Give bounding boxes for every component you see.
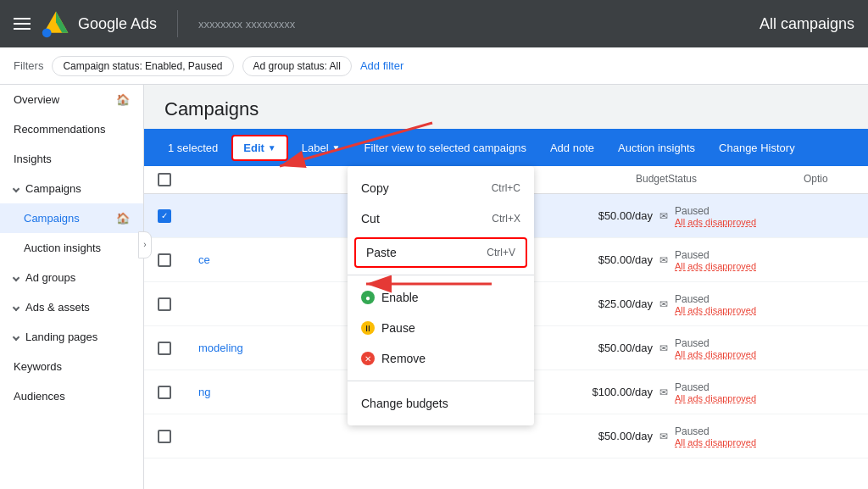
auction-insights-button[interactable]: Auction insights bbox=[608, 135, 705, 161]
menu-divider-1 bbox=[348, 275, 534, 275]
pause-icon: ⏸ bbox=[361, 321, 375, 335]
remove-icon: ✕ bbox=[361, 352, 375, 365]
budget-cell-5: $100.00/day ✉ bbox=[566, 386, 668, 398]
filter-chip-ad-group-status[interactable]: Ad group status: All bbox=[242, 56, 352, 76]
checkbox-1[interactable] bbox=[158, 209, 171, 223]
budget-value-6: $50.00/day bbox=[598, 430, 653, 442]
checkbox-4[interactable] bbox=[158, 342, 171, 355]
add-note-button[interactable]: Add note bbox=[540, 135, 604, 161]
status-disapproved-6: All ads disapproved bbox=[675, 437, 804, 447]
filter-view-button[interactable]: Filter view to selected campaigns bbox=[353, 135, 536, 161]
col-status-header[interactable]: Status bbox=[668, 173, 804, 186]
menu-item-remove[interactable]: ✕ Remove bbox=[348, 343, 534, 374]
budget-cell-3: $25.00/day ✉ bbox=[566, 297, 668, 310]
sidebar-label-keywords: Keywords bbox=[14, 360, 62, 373]
content-area: Campaigns 1 selected Edit ▼ Label ▼ Filt… bbox=[144, 85, 868, 489]
sidebar-group-ads-assets[interactable]: Ads & assets bbox=[0, 292, 143, 322]
label-button[interactable]: Label ▼ bbox=[292, 135, 351, 161]
sidebar-item-auction-insights[interactable]: Auction insights bbox=[0, 233, 143, 263]
budget-value-5: $100.00/day bbox=[592, 386, 653, 398]
expand-ads-assets-icon bbox=[13, 303, 19, 310]
mail-icon-3: ✉ bbox=[656, 298, 668, 310]
app-header: Google Ads xxxxxxxx xxxxxxxxx All campai… bbox=[0, 0, 868, 47]
menu-item-paste[interactable]: Paste Ctrl+V bbox=[354, 237, 527, 268]
budget-value-4: $50.00/day bbox=[598, 342, 653, 354]
menu-item-copy[interactable]: Copy Ctrl+C bbox=[348, 173, 534, 203]
copy-shortcut: Ctrl+C bbox=[492, 182, 520, 194]
row-checkbox-5[interactable] bbox=[158, 386, 192, 399]
sidebar-label-audiences: Audiences bbox=[14, 390, 65, 403]
mail-icon-1: ✉ bbox=[656, 210, 668, 222]
filter-bar: Filters Campaign status: Enabled, Paused… bbox=[0, 47, 868, 85]
checkbox-6[interactable] bbox=[158, 430, 171, 443]
col-options-header: Optio bbox=[804, 173, 854, 186]
col-check-header bbox=[158, 173, 192, 186]
selected-count-label: 1 selected bbox=[158, 135, 228, 161]
change-history-button[interactable]: Change History bbox=[709, 135, 805, 161]
status-cell-6: Paused All ads disapproved bbox=[668, 425, 804, 447]
change-budgets-label: Change budgets bbox=[361, 397, 448, 410]
edit-button[interactable]: Edit ▼ bbox=[231, 135, 287, 161]
mail-icon-6: ✉ bbox=[656, 431, 668, 442]
row-checkbox-3[interactable] bbox=[158, 297, 192, 311]
sidebar-group-ad-groups[interactable]: Ad groups bbox=[0, 263, 143, 292]
edit-dropdown-menu: Copy Ctrl+C Cut Ctrl+X Paste Ctrl+V ● En… bbox=[348, 166, 534, 425]
main-layout: Overview 🏠 Recommendations Insights Camp… bbox=[0, 85, 868, 489]
sidebar-label-insights: Insights bbox=[14, 153, 52, 165]
remove-label: Remove bbox=[381, 352, 426, 365]
sidebar-item-campaigns[interactable]: Campaigns 🏠 bbox=[0, 203, 143, 233]
checkbox-5[interactable] bbox=[158, 386, 171, 399]
mail-icon-4: ✉ bbox=[656, 342, 668, 354]
row-checkbox-1[interactable] bbox=[158, 209, 192, 223]
pause-label: Pause bbox=[381, 321, 415, 335]
sidebar-item-overview[interactable]: Overview 🏠 bbox=[0, 85, 143, 114]
sidebar-label-ad-groups: Ad groups bbox=[25, 271, 75, 284]
status-disapproved-5: All ads disapproved bbox=[675, 393, 804, 403]
sidebar-label-ads-assets: Ads & assets bbox=[25, 301, 90, 314]
add-filter-button[interactable]: Add filter bbox=[360, 59, 403, 72]
status-cell-3: Paused All ads disapproved bbox=[668, 293, 804, 315]
expand-ad-groups-icon bbox=[13, 274, 19, 281]
page-title: Campaigns bbox=[144, 85, 868, 129]
sidebar-collapse-button[interactable]: › bbox=[138, 231, 152, 258]
sidebar-item-insights[interactable]: Insights bbox=[0, 144, 143, 174]
budget-cell-2: $50.00/day ✉ bbox=[566, 253, 668, 266]
menu-item-change-budgets[interactable]: Change budgets bbox=[348, 388, 534, 419]
sidebar-item-keywords[interactable]: Keywords bbox=[0, 352, 143, 381]
budget-value-3: $25.00/day bbox=[598, 297, 653, 310]
status-paused-4: Paused bbox=[675, 337, 804, 349]
campaign-title: All campaigns bbox=[760, 15, 854, 33]
menu-item-enable[interactable]: ● Enable bbox=[348, 282, 534, 313]
budget-cell-6: $50.00/day ✉ bbox=[566, 430, 668, 442]
menu-item-cut[interactable]: Cut Ctrl+X bbox=[348, 203, 534, 234]
hamburger-menu-icon[interactable] bbox=[14, 18, 31, 30]
status-paused-3: Paused bbox=[675, 293, 804, 305]
filter-chip-campaign-status[interactable]: Campaign status: Enabled, Paused bbox=[52, 56, 233, 76]
status-paused-1: Paused bbox=[675, 205, 804, 217]
row-checkbox-6[interactable] bbox=[158, 430, 192, 443]
sidebar-item-audiences[interactable]: Audiences bbox=[0, 381, 143, 411]
campaigns-home-icon: 🏠 bbox=[116, 212, 130, 225]
home-icon: 🏠 bbox=[116, 93, 130, 106]
mail-icon-2: ✉ bbox=[656, 254, 668, 266]
sidebar-group-campaigns[interactable]: Campaigns bbox=[0, 174, 143, 203]
col-budget-header[interactable]: Budget bbox=[566, 173, 668, 186]
row-checkbox-4[interactable] bbox=[158, 342, 192, 355]
budget-cell-4: $50.00/day ✉ bbox=[566, 342, 668, 354]
status-cell-4: Paused All ads disapproved bbox=[668, 337, 804, 359]
cut-shortcut: Ctrl+X bbox=[492, 213, 520, 225]
sidebar-item-recommendations[interactable]: Recommendations bbox=[0, 114, 143, 144]
checkbox-3[interactable] bbox=[158, 297, 171, 311]
app-logo: Google Ads bbox=[41, 8, 157, 39]
menu-item-pause[interactable]: ⏸ Pause bbox=[348, 313, 534, 343]
status-paused-5: Paused bbox=[675, 381, 804, 393]
sidebar-group-landing-pages[interactable]: Landing pages bbox=[0, 322, 143, 352]
checkbox-2[interactable] bbox=[158, 253, 171, 267]
budget-value-2: $50.00/day bbox=[598, 253, 653, 266]
status-cell-1: Paused All ads disapproved bbox=[668, 205, 804, 227]
select-all-checkbox[interactable] bbox=[158, 173, 171, 186]
status-disapproved-2: All ads disapproved bbox=[675, 261, 804, 271]
menu-divider-2 bbox=[348, 381, 534, 381]
row-checkbox-2[interactable] bbox=[158, 253, 192, 267]
budget-value-1: $50.00/day bbox=[598, 209, 653, 222]
